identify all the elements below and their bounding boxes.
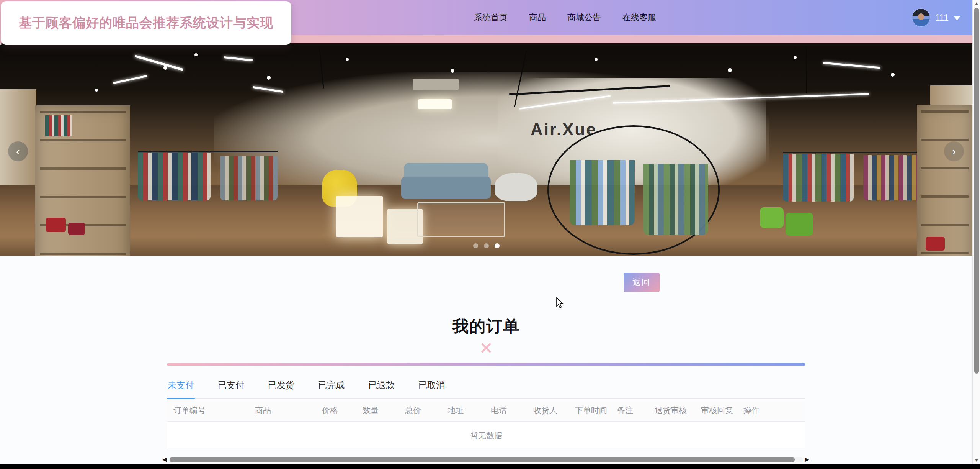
orders-table: 订单编号 商品 价格 数量 总价 地址 电话 收货人 下单时间 备注 退货审核 … [167, 399, 805, 449]
site-title-card: 基于顾客偏好的唯品会推荐系统设计与实现 [1, 1, 291, 45]
main-nav: 系统首页 商品 商城公告 在线客服 [474, 0, 656, 35]
caret-down-icon [954, 16, 960, 20]
col-review-reply: 审核回复 [694, 405, 737, 416]
empty-state-text: 暂无数据 [470, 430, 502, 441]
nav-item-customer-service[interactable]: 在线客服 [622, 12, 656, 23]
tab-shipped[interactable]: 已发货 [267, 374, 295, 398]
username: 111 [935, 13, 949, 23]
orders-section: 返回 我的订单 ✕ 未支付 已支付 已发货 已完成 已退款 已取消 订单编号 商… [0, 256, 972, 469]
tab-unpaid[interactable]: 未支付 [167, 374, 195, 399]
vertical-scroll-thumb[interactable] [974, 8, 979, 374]
horizontal-scroll-track[interactable] [168, 457, 803, 462]
empty-state-row: 暂无数据 [167, 422, 805, 449]
page: 系统首页 商品 商城公告 在线客服 111 基于顾客偏好的唯品会推荐系统设计与实… [0, 0, 980, 469]
col-total: 总价 [399, 405, 441, 416]
col-order-time: 下单时间 [568, 405, 611, 416]
col-actions: 操作 [737, 405, 805, 416]
scroll-right-icon[interactable]: ▶ [804, 456, 810, 463]
col-order-id: 订单编号 [167, 405, 248, 416]
tab-cancelled[interactable]: 已取消 [418, 374, 446, 398]
order-status-tabs: 未支付 已支付 已发货 已完成 已退款 已取消 [167, 374, 805, 399]
col-remark: 备注 [611, 405, 648, 416]
col-return-review: 退货审核 [648, 405, 694, 416]
carousel-prev-button[interactable]: ‹ [8, 141, 28, 161]
col-phone: 电话 [484, 405, 527, 416]
scroll-up-icon[interactable]: ▲ [973, 1, 980, 6]
carousel-dot[interactable] [484, 243, 489, 248]
tab-completed[interactable]: 已完成 [317, 374, 345, 398]
gradient-divider [167, 363, 805, 366]
nav-item-announcements[interactable]: 商城公告 [567, 12, 601, 23]
col-product: 商品 [248, 405, 315, 416]
site-title: 基于顾客偏好的唯品会推荐系统设计与实现 [19, 14, 273, 32]
nav-item-products[interactable]: 商品 [529, 12, 546, 23]
col-quantity: 数量 [356, 405, 399, 416]
bottom-black-bar [0, 464, 980, 469]
hero-carousel: Air.Xue [0, 43, 972, 256]
carousel-dot[interactable] [473, 243, 478, 248]
user-avatar[interactable] [912, 9, 930, 26]
page-title: 我的订单 [167, 256, 805, 337]
carousel-dots [0, 243, 972, 248]
col-consignee: 收货人 [527, 405, 568, 416]
back-button[interactable]: 返回 [624, 273, 660, 292]
horizontal-scrollbar[interactable]: ◀ ▶ [162, 456, 810, 463]
horizontal-scroll-thumb[interactable] [170, 457, 795, 462]
content-area: 系统首页 商品 商城公告 在线客服 111 基于顾客偏好的唯品会推荐系统设计与实… [0, 0, 972, 469]
nav-item-home[interactable]: 系统首页 [474, 12, 508, 23]
title-decoration-x: ✕ [167, 337, 805, 359]
carousel-next-button[interactable]: › [944, 141, 964, 161]
tab-refunded[interactable]: 已退款 [368, 374, 395, 398]
user-menu[interactable]: 111 [912, 0, 960, 35]
tab-paid[interactable]: 已支付 [217, 374, 245, 398]
scroll-down-icon[interactable]: ▼ [973, 458, 980, 463]
col-address: 地址 [441, 405, 484, 416]
carousel-dot-active[interactable] [495, 243, 500, 248]
scroll-left-icon[interactable]: ◀ [162, 456, 168, 463]
vertical-scrollbar[interactable]: ▲ ▼ [972, 0, 980, 469]
orders-table-header: 订单编号 商品 价格 数量 总价 地址 电话 收货人 下单时间 备注 退货审核 … [167, 399, 805, 422]
col-price: 价格 [315, 405, 356, 416]
